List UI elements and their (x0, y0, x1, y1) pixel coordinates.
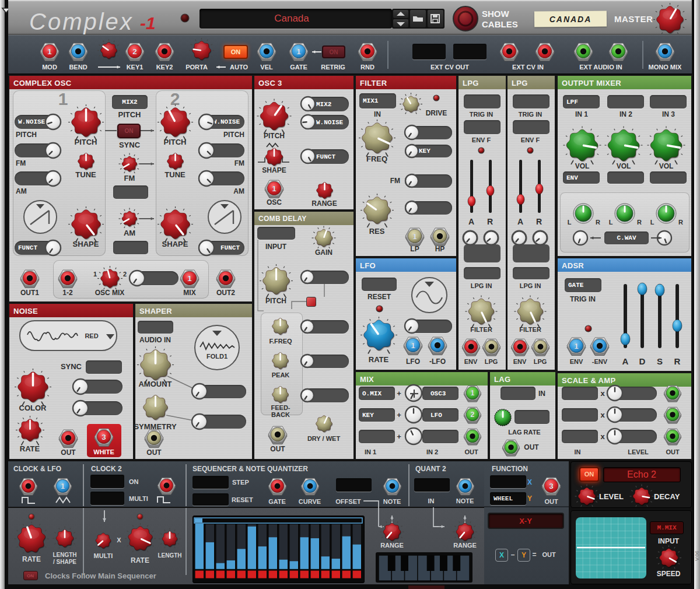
svg-text:1: 1 (411, 341, 415, 350)
svg-text:2: 2 (132, 47, 137, 56)
svg-text:1: 1 (272, 184, 276, 193)
svg-text:1: 1 (574, 342, 579, 350)
svg-text:1: 1 (187, 274, 192, 283)
svg-text:1: 1 (296, 47, 301, 56)
svg-text:1: 1 (47, 47, 52, 56)
svg-text:3: 3 (102, 433, 106, 441)
svg-text:3: 3 (549, 482, 554, 490)
svg-text:1: 1 (412, 232, 417, 241)
svg-text:1: 1 (60, 482, 64, 490)
svg-text:2: 2 (471, 411, 475, 419)
svg-text:FOLD1: FOLD1 (206, 353, 228, 360)
svg-text:1: 1 (471, 389, 475, 397)
